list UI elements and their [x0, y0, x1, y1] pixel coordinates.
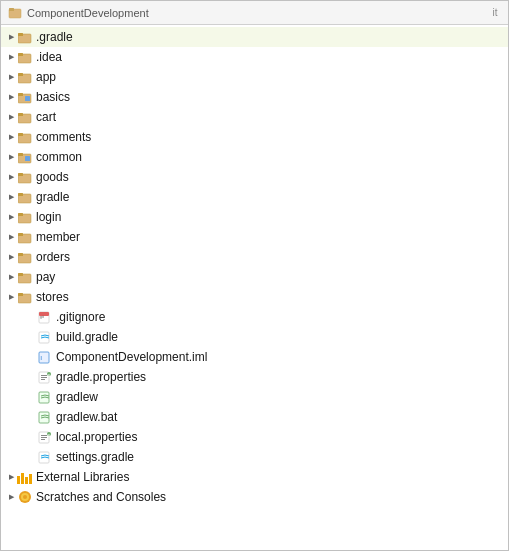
item-icon-gradle-dir	[17, 29, 33, 45]
toggle-arrow[interactable]	[5, 189, 17, 205]
svg-rect-17	[25, 156, 30, 161]
svg-rect-10	[25, 96, 30, 101]
svg-rect-31	[18, 293, 23, 296]
item-icon-gradle-properties: g	[37, 369, 53, 385]
item-label-login-dir: login	[36, 208, 61, 226]
tree-item-login-dir[interactable]: login	[1, 207, 508, 227]
item-icon-app-dir	[17, 69, 33, 85]
item-label-common-dir: common	[36, 148, 82, 166]
panel-header: ComponentDevelopment it	[1, 1, 508, 25]
toggle-arrow[interactable]	[5, 129, 17, 145]
item-label-idea-dir: .idea	[36, 48, 62, 66]
tree-item-idea-dir[interactable]: .idea	[1, 47, 508, 67]
tree-item-gradlew-bat[interactable]: gradlew.bat	[1, 407, 508, 427]
tree-item-gradle-properties[interactable]: g gradle.properties	[1, 367, 508, 387]
item-icon-external-libraries	[17, 469, 33, 485]
project-panel: ComponentDevelopment it .gradle .idea ap…	[0, 0, 509, 551]
item-label-gradlew: gradlew	[56, 388, 98, 406]
toggle-arrow[interactable]	[5, 269, 17, 285]
toggle-arrow[interactable]	[5, 29, 17, 45]
item-icon-gradlew-bat	[37, 409, 53, 425]
svg-rect-39	[41, 375, 47, 376]
tree-item-settings-gradle[interactable]: settings.gradle	[1, 447, 508, 467]
tree-item-scratches[interactable]: Scratches and Consoles	[1, 487, 508, 507]
svg-rect-7	[18, 73, 23, 76]
tree-item-app-dir[interactable]: app	[1, 67, 508, 87]
svg-rect-41	[41, 379, 45, 380]
svg-rect-29	[18, 273, 23, 276]
item-label-cart-dir: cart	[36, 108, 56, 126]
item-label-local-properties: local.properties	[56, 428, 137, 446]
item-icon-comments-dir	[17, 129, 33, 145]
toggle-arrow[interactable]	[5, 229, 17, 245]
tree-item-member-dir[interactable]: member	[1, 227, 508, 247]
item-label-gitignore: .gitignore	[56, 308, 105, 326]
tree-item-cart-dir[interactable]: cart	[1, 107, 508, 127]
item-label-build-gradle: build.gradle	[56, 328, 118, 346]
item-icon-gitignore: git	[37, 309, 53, 325]
toggle-arrow[interactable]	[5, 169, 17, 185]
toggle-arrow[interactable]	[5, 469, 17, 485]
item-label-orders-dir: orders	[36, 248, 70, 266]
toggle-arrow[interactable]	[5, 289, 17, 305]
item-label-gradle-dir: .gradle	[36, 28, 73, 46]
panel-header-icon	[7, 5, 23, 21]
toggle-arrow[interactable]	[5, 49, 17, 65]
item-icon-pay-dir	[17, 269, 33, 285]
item-icon-cart-dir	[17, 109, 33, 125]
toggle-arrow[interactable]	[5, 149, 17, 165]
svg-rect-48	[41, 437, 47, 438]
tree-item-gradle-dir2[interactable]: gradle	[1, 187, 508, 207]
svg-rect-1	[9, 8, 14, 11]
tree-item-pay-dir[interactable]: pay	[1, 267, 508, 287]
panel-title: ComponentDevelopment	[27, 7, 488, 19]
tree-item-basics-dir[interactable]: basics	[1, 87, 508, 107]
item-label-stores-dir: stores	[36, 288, 69, 306]
toggle-arrow[interactable]	[5, 89, 17, 105]
svg-point-59	[23, 495, 27, 499]
tree-item-build-gradle[interactable]: build.gradle	[1, 327, 508, 347]
item-icon-settings-gradle	[37, 449, 53, 465]
item-label-basics-dir: basics	[36, 88, 70, 106]
svg-rect-3	[18, 33, 23, 36]
svg-rect-25	[18, 233, 23, 236]
toggle-arrow[interactable]	[5, 109, 17, 125]
tree-item-local-properties[interactable]: g local.properties	[1, 427, 508, 447]
item-label-component-iml: ComponentDevelopment.iml	[56, 348, 207, 366]
item-icon-member-dir	[17, 229, 33, 245]
toggle-arrow[interactable]	[5, 249, 17, 265]
tree-item-comments-dir[interactable]: comments	[1, 127, 508, 147]
tree-item-stores-dir[interactable]: stores	[1, 287, 508, 307]
item-icon-component-iml: I	[37, 349, 53, 365]
header-action-it[interactable]: it	[488, 6, 502, 20]
tree-item-gradle-dir[interactable]: .gradle	[1, 27, 508, 47]
svg-rect-53	[17, 476, 20, 484]
tree-item-external-libraries[interactable]: External Libraries	[1, 467, 508, 487]
tree-item-goods-dir[interactable]: goods	[1, 167, 508, 187]
item-label-scratches: Scratches and Consoles	[36, 488, 166, 506]
tree-item-gitignore[interactable]: git .gitignore	[1, 307, 508, 327]
tree-item-gradlew[interactable]: gradlew	[1, 387, 508, 407]
item-icon-build-gradle	[37, 329, 53, 345]
svg-rect-14	[18, 133, 23, 136]
svg-rect-54	[21, 473, 24, 484]
item-label-pay-dir: pay	[36, 268, 55, 286]
item-icon-orders-dir	[17, 249, 33, 265]
item-icon-idea-dir	[17, 49, 33, 65]
svg-rect-27	[18, 253, 23, 256]
item-icon-stores-dir	[17, 289, 33, 305]
svg-text:git: git	[40, 315, 44, 319]
svg-rect-19	[18, 173, 23, 176]
toggle-arrow[interactable]	[5, 209, 17, 225]
item-icon-scratches	[17, 489, 33, 505]
item-label-settings-gradle: settings.gradle	[56, 448, 134, 466]
tree-item-common-dir[interactable]: common	[1, 147, 508, 167]
project-tree[interactable]: .gradle .idea app basics cart comments c…	[1, 25, 508, 550]
toggle-arrow[interactable]	[5, 69, 17, 85]
svg-rect-23	[18, 213, 23, 216]
tree-item-component-iml[interactable]: I ComponentDevelopment.iml	[1, 347, 508, 367]
tree-item-orders-dir[interactable]: orders	[1, 247, 508, 267]
item-label-app-dir: app	[36, 68, 56, 86]
item-label-gradle-properties: gradle.properties	[56, 368, 146, 386]
toggle-arrow[interactable]	[5, 489, 17, 505]
